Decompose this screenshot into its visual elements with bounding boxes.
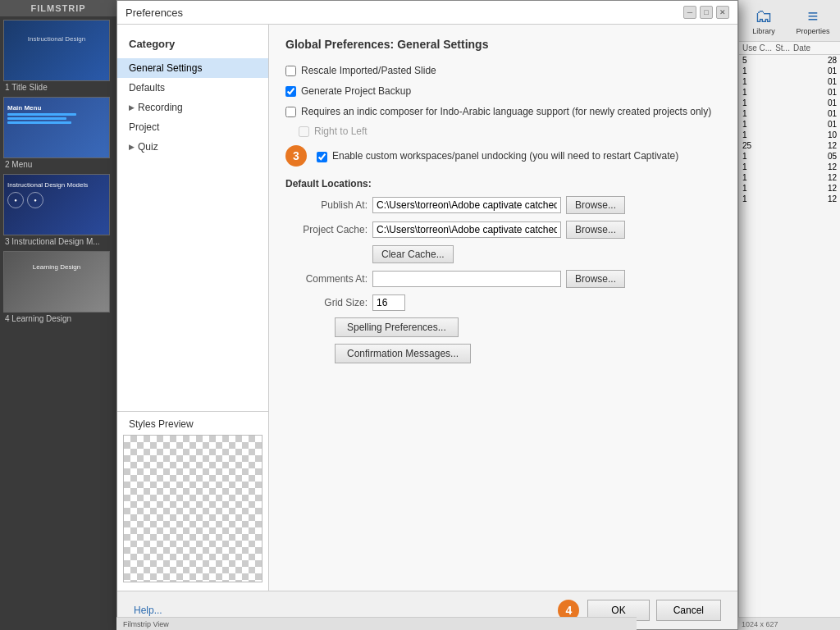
- default-locations-label: Default Locations:: [285, 178, 721, 189]
- table-row: 2512: [739, 140, 840, 151]
- workspace-checkbox[interactable]: [317, 152, 327, 162]
- category-item-recording[interactable]: ▶ Recording: [117, 98, 268, 117]
- settings-panel: Global Preferences: General Settings Res…: [269, 25, 737, 591]
- step-marker-3: 3: [285, 145, 307, 167]
- table-row: 105: [739, 151, 840, 162]
- table-row: 101: [739, 108, 840, 119]
- workspace-checkbox-row: 3 Enable custom workspaces/panel undocki…: [285, 145, 721, 167]
- rescale-checkbox-row: Rescale Imported/Pasted Slide: [285, 64, 721, 78]
- confirmation-row: Confirmation Messages...: [285, 344, 721, 363]
- filmstrip-item-1[interactable]: Instructional Design 1 Title Slide: [3, 20, 113, 94]
- dialog-title: Preferences: [126, 7, 183, 19]
- properties-icon-btn[interactable]: ≡ Properties: [788, 0, 838, 41]
- rtl-checkbox[interactable]: [299, 126, 309, 137]
- filmstrip-item-2[interactable]: Main Menu 2 Menu: [3, 97, 113, 171]
- category-item-quiz[interactable]: ▶ Quiz: [117, 137, 268, 157]
- filmstrip-thumb-1[interactable]: Instructional Design: [3, 20, 110, 81]
- dialog-titlebar: Preferences ─ □ ✕: [117, 1, 737, 25]
- project-cache-label: Project Cache:: [285, 224, 368, 235]
- library-icon-btn[interactable]: 🗂 Library: [739, 0, 788, 41]
- filmstrip-item-4[interactable]: Learning Design 4 Learning Design: [3, 251, 113, 325]
- thumb-3-text: Instructional Design Models: [7, 181, 106, 189]
- filmstrip-label-2: 2 Menu: [3, 158, 113, 171]
- rescale-checkbox[interactable]: [285, 66, 296, 76]
- filmstrip-header: FILMSTRIP: [0, 0, 116, 16]
- close-button[interactable]: ✕: [716, 6, 729, 19]
- indic-checkbox-row: Requires an indic composer for Indo-Arab…: [285, 105, 721, 119]
- publish-at-input[interactable]: [372, 197, 561, 213]
- styles-preview-label: Styles Preview: [117, 418, 268, 435]
- category-item-project[interactable]: Project: [117, 117, 268, 137]
- library-icon: 🗂: [755, 6, 773, 27]
- category-defaults-label: Defaults: [129, 82, 165, 94]
- table-row: 101: [739, 98, 840, 108]
- table-row: 101: [739, 76, 840, 87]
- rtl-checkbox-row: Right to Left: [285, 125, 721, 139]
- clear-cache-button[interactable]: Clear Cache...: [372, 245, 454, 263]
- publish-at-label: Publish At:: [285, 199, 368, 211]
- right-panel: 🗂 Library ≡ Properties Use C... St... Da…: [738, 0, 840, 630]
- rescale-label: Rescale Imported/Pasted Slide: [301, 64, 436, 78]
- properties-icon: ≡: [808, 6, 819, 27]
- col-st: St...: [775, 43, 790, 52]
- col-date: Date: [793, 43, 810, 52]
- publish-at-row: Publish At: Browse...: [285, 196, 721, 214]
- workspace-label: Enable custom workspaces/panel undocking…: [332, 149, 678, 163]
- category-item-defaults[interactable]: Defaults: [117, 78, 268, 98]
- spelling-preferences-button[interactable]: Spelling Preferences...: [335, 317, 459, 337]
- filmstrip-thumb-2[interactable]: Main Menu: [3, 97, 110, 158]
- restore-button[interactable]: □: [700, 6, 713, 19]
- project-cache-row: Project Cache: Browse...: [285, 221, 721, 239]
- table-row: 112: [739, 162, 840, 172]
- comments-at-label: Comments At:: [285, 273, 368, 285]
- table-row: 528: [739, 55, 840, 66]
- comments-at-browse-button[interactable]: Browse...: [566, 270, 625, 288]
- dimensions-label: 1024 x 627: [742, 620, 778, 628]
- publish-at-browse-button[interactable]: Browse...: [566, 196, 625, 214]
- clear-cache-row: Clear Cache...: [372, 245, 721, 263]
- recording-arrow-icon: ▶: [129, 103, 135, 112]
- thumb-2-text: Main Menu: [7, 104, 106, 112]
- thumb-4-text: Learning Design: [4, 260, 109, 274]
- filmstrip-item-3[interactable]: Instructional Design Models ● ● 3 Instru…: [3, 174, 113, 248]
- grid-size-row: Grid Size:: [285, 294, 721, 311]
- filmstrip-label-3: 3 Instructional Design M...: [3, 235, 113, 248]
- project-cache-browse-button[interactable]: Browse...: [566, 221, 625, 239]
- styles-preview-section: Styles Preview: [117, 411, 268, 582]
- comments-at-input[interactable]: [372, 271, 561, 287]
- table-row: 110: [739, 130, 840, 140]
- cancel-button[interactable]: Cancel: [656, 600, 721, 621]
- filmstrip-panel: FILMSTRIP Instructional Design 1 Title S…: [0, 0, 116, 630]
- rtl-label: Right to Left: [314, 125, 368, 139]
- spelling-row: Spelling Preferences...: [285, 317, 721, 337]
- backup-checkbox[interactable]: [285, 86, 296, 97]
- help-link[interactable]: Help...: [134, 605, 162, 616]
- backup-label: Generate Project Backup: [301, 84, 411, 98]
- preferences-dialog: Preferences ─ □ ✕ Category General Setti…: [116, 0, 738, 630]
- backup-checkbox-row: Generate Project Backup: [285, 84, 721, 98]
- confirmation-messages-button[interactable]: Confirmation Messages...: [335, 344, 471, 363]
- category-panel: Category General Settings Defaults ▶ Rec…: [117, 25, 269, 591]
- table-row: 101: [739, 119, 840, 130]
- project-cache-input[interactable]: [372, 221, 561, 238]
- category-title: Category: [117, 33, 268, 58]
- category-general-settings-label: General Settings: [129, 62, 202, 74]
- category-recording-label: Recording: [138, 102, 183, 113]
- filmstrip-label-1: 1 Title Slide: [3, 81, 113, 94]
- minimize-button[interactable]: ─: [683, 6, 696, 19]
- table-row: 101: [739, 66, 840, 76]
- table-row: 112: [739, 172, 840, 183]
- table-row: 112: [739, 194, 840, 204]
- filmstrip-thumb-4[interactable]: Learning Design: [3, 251, 110, 313]
- comments-at-row: Comments At: Browse...: [285, 270, 721, 288]
- table-row: 101: [739, 87, 840, 98]
- col-use-c: Use C...: [742, 43, 772, 52]
- properties-label: Properties: [796, 27, 829, 35]
- grid-size-input[interactable]: [372, 294, 405, 311]
- grid-size-label: Grid Size:: [285, 297, 368, 308]
- filmstrip-thumb-3[interactable]: Instructional Design Models ● ●: [3, 174, 110, 235]
- indic-checkbox[interactable]: [285, 107, 296, 117]
- styles-preview-box: [123, 435, 262, 582]
- category-item-general-settings[interactable]: General Settings: [117, 58, 268, 78]
- dialog-window-controls: ─ □ ✕: [683, 6, 729, 19]
